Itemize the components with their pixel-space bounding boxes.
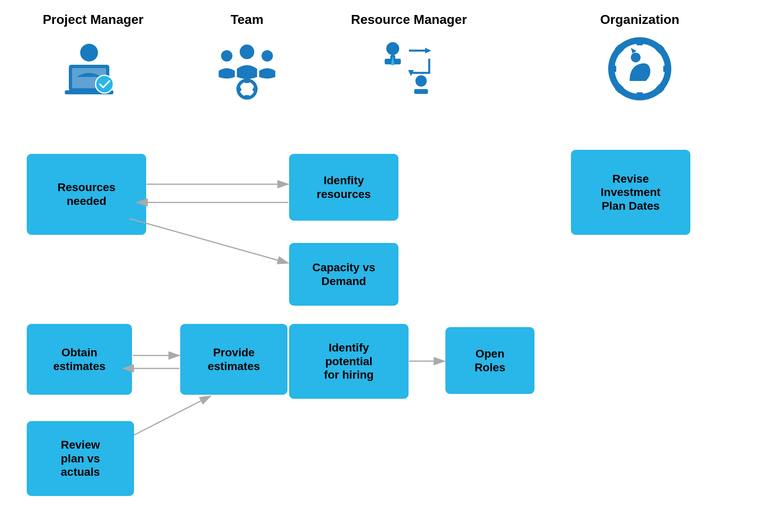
box-identify-resources: Idenfity resources xyxy=(289,154,398,221)
project-manager-icon xyxy=(32,36,154,101)
box-review-plan: Review plan vs actuals xyxy=(27,421,134,496)
organization-icon xyxy=(575,36,705,101)
box-obtain-estimates: Obtain estimates xyxy=(27,324,132,395)
svg-point-7 xyxy=(262,50,273,62)
svg-rect-10 xyxy=(245,95,249,99)
svg-rect-9 xyxy=(245,79,249,83)
box-capacity-demand: Capacity vs Demand xyxy=(289,243,398,306)
resource-manager-icon xyxy=(336,36,474,101)
svg-rect-23 xyxy=(637,92,643,100)
box-identify-hiring: Identify potential for hiring xyxy=(289,324,409,399)
header-resource-manager: Resource Manager xyxy=(332,12,486,27)
svg-point-4 xyxy=(96,75,113,93)
box-revise-investment: Revise Investment Plan Dates xyxy=(571,150,690,235)
svg-point-19 xyxy=(415,75,427,87)
diagram-container: Project Manager Team Resource Manager Or… xyxy=(0,0,760,532)
box-resources-needed: Resources needed xyxy=(27,154,146,235)
header-organization: Organization xyxy=(567,12,713,27)
svg-line-41 xyxy=(134,396,211,435)
header-project-manager: Project Manager xyxy=(20,12,166,27)
svg-rect-24 xyxy=(609,66,616,72)
svg-point-31 xyxy=(631,53,641,62)
team-icon xyxy=(186,36,308,101)
svg-rect-22 xyxy=(637,38,643,45)
svg-point-13 xyxy=(386,42,399,55)
svg-point-6 xyxy=(221,50,232,62)
box-provide-estimates: Provide estimates xyxy=(180,324,287,395)
header-team: Team xyxy=(186,12,308,27)
svg-point-3 xyxy=(80,44,98,62)
svg-rect-25 xyxy=(663,66,671,72)
box-open-roles: Open Roles xyxy=(445,327,534,394)
svg-marker-17 xyxy=(425,48,431,53)
svg-line-37 xyxy=(130,219,288,263)
svg-rect-20 xyxy=(414,89,428,94)
svg-point-5 xyxy=(240,45,254,59)
